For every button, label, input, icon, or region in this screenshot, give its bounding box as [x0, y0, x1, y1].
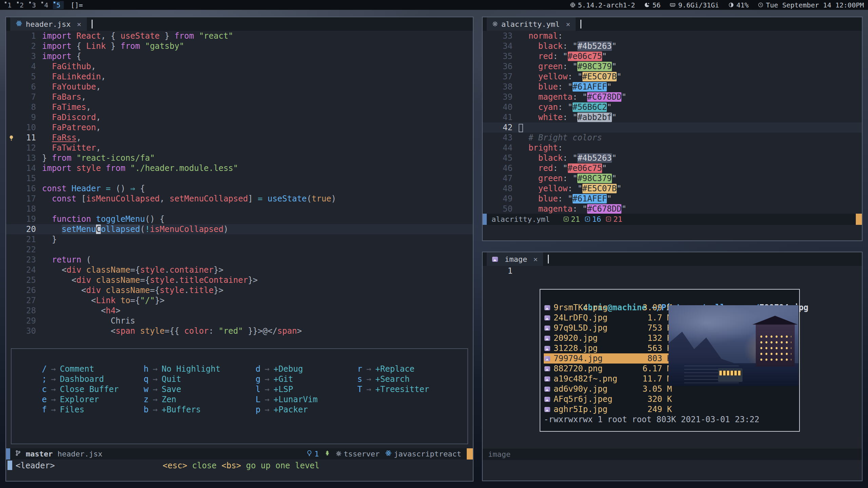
tabline-separator	[548, 255, 549, 263]
code-line[interactable]: 8 FaTimes,	[6, 102, 473, 112]
code-line[interactable]: 16const Header = () ⇒ {	[6, 183, 473, 194]
code-line[interactable]: 23 return (	[6, 255, 473, 265]
code-text: FaTimes,	[42, 102, 91, 112]
code-line[interactable]: 37 yellow: "#E5C07B"	[483, 72, 862, 82]
workspace-tag-3[interactable]: 3	[28, 1, 39, 9]
git-added: 21	[563, 215, 580, 223]
workspace-tag-4[interactable]: 4	[41, 1, 52, 9]
code-line[interactable]: 4 FaGithub,	[6, 61, 473, 72]
file-size: 803 K	[638, 353, 672, 364]
code-line[interactable]: 1	[483, 266, 862, 276]
code-line[interactable]: 46 red: "#e06c75"	[483, 163, 862, 173]
code-line[interactable]: 25 <div className={style.titleContainer}…	[6, 275, 473, 285]
code-text: <div className={style.container}>	[42, 265, 224, 275]
code-line[interactable]: 10 FaPatreon,	[6, 122, 473, 133]
wkarr: →	[47, 394, 60, 405]
code-line[interactable]: 44 bright:	[483, 143, 862, 153]
file-size: 11.7 M	[638, 374, 672, 384]
code-line[interactable]: 14import style from "./header.module.les…	[6, 163, 473, 173]
code-line[interactable]: 6 FaYoutube,	[6, 82, 473, 92]
code-line[interactable]: 45 black: "#4b5263"	[483, 153, 862, 163]
line-number: 9	[16, 112, 36, 122]
code-line[interactable]: 43 # Bright colors	[483, 133, 862, 143]
code-line[interactable]: 28 <h4>	[6, 306, 473, 316]
code-text: black: "#4b5263"	[519, 41, 617, 51]
code-line[interactable]: 9 FaDiscord,	[6, 112, 473, 122]
close-icon[interactable]: ×	[533, 255, 538, 263]
sign-column	[6, 316, 16, 326]
file-name: aghr5Ip.jpg	[554, 404, 607, 414]
code-line[interactable]: 38 blue: "#61AFEF"	[483, 82, 862, 92]
file-row: AFq5r6j.jpeg 320 K	[544, 394, 672, 404]
keybinding-hint: c→Close Buffer	[41, 384, 143, 394]
code-line[interactable]: 33 normal:	[483, 31, 862, 41]
code-line[interactable]: 50 magenta: "#C678DD"	[483, 204, 862, 214]
file-size: 249 K	[638, 404, 672, 414]
tab-alacritty-yml[interactable]: alacritty.yml ×	[487, 17, 576, 31]
statusline-filename: image	[483, 450, 510, 458]
code-text: import style from "./header.module.less"	[42, 163, 238, 173]
code-line[interactable]: 21 }	[6, 234, 473, 245]
code-line[interactable]: 19 function toggleMenu() {	[6, 214, 473, 224]
code-line[interactable]: 39 magenta: "#C678DD"	[483, 92, 862, 102]
sign-column	[6, 153, 16, 163]
code-line[interactable]: 13} from "react-icons/fa"	[6, 153, 473, 163]
image-file-icon	[544, 376, 550, 382]
wklabel: Close Buffer	[60, 384, 118, 394]
workspace-tag-1[interactable]: 1	[4, 1, 15, 9]
code-line[interactable]: 49 blue: "#61AFEF"	[483, 194, 862, 204]
code-line[interactable]: 18	[6, 204, 473, 214]
code-line[interactable]: 26 <div className={style.title}>	[6, 285, 473, 295]
code-line[interactable]: 12 FaTwitter,	[6, 143, 473, 153]
tab-header-jsx[interactable]: header.jsx ×	[10, 17, 87, 31]
code-line[interactable]: 48 yellow: "#E5C07B"	[483, 183, 862, 194]
close-icon[interactable]: ×	[566, 20, 570, 28]
code-line[interactable]: 5 FaLinkedin,	[6, 72, 473, 82]
code-line[interactable]: 15	[6, 173, 473, 183]
code-line[interactable]: 1import React, { useState } from "react"	[6, 31, 473, 41]
client-indicator-dot	[5, 2, 6, 3]
code-line[interactable]: 29 Chris	[6, 316, 473, 326]
treesitter-icon	[324, 450, 330, 458]
code-line[interactable]: 22	[6, 245, 473, 255]
sign-column	[6, 234, 16, 245]
wkkey: e	[41, 394, 47, 405]
keybinding-hint: e→Explorer	[41, 394, 143, 405]
file-row-selected: 799794.jpg 803 K	[544, 353, 672, 364]
code-line[interactable]: 40 cyan: "#56B6C2"	[483, 102, 862, 112]
code-line[interactable]: 36 green: "#98C379"	[483, 61, 862, 72]
sign-column	[483, 51, 493, 61]
statusline: master header.jsx 1 tsserver javascriptr…	[6, 448, 473, 460]
code-line[interactable]: 17 const [isMenuCollapsed, setMenuCollap…	[6, 194, 473, 204]
volume-icon	[729, 1, 734, 9]
close-icon[interactable]: ×	[77, 20, 81, 28]
code-line[interactable]: 47 green: "#98C379"	[483, 173, 862, 183]
code-line[interactable]: 11 FaRss,	[6, 133, 473, 143]
code-line[interactable]: 35 red: "#e06c75"	[483, 51, 862, 61]
workspace-tag-2[interactable]: 2	[16, 1, 27, 9]
code-line[interactable]: 27 <Link to={"/"}>	[6, 295, 473, 306]
file-name: 9rsmTK4.png	[554, 302, 607, 313]
code-line[interactable]: 42	[483, 122, 862, 133]
code-line[interactable]: 24 <div className={style.container}>	[6, 265, 473, 275]
image-file-icon	[544, 326, 550, 331]
updates-count: 56	[652, 1, 660, 9]
workspace-tag-5[interactable]: 5	[53, 1, 64, 9]
tabline: image ×	[483, 252, 862, 266]
lightbulb-icon	[306, 450, 312, 458]
tab-image[interactable]: image ×	[487, 252, 543, 266]
code-line[interactable]: 41 white: "#abb2bf"	[483, 112, 862, 122]
code-line[interactable]: 30 <span style={{ color: "red" }}>@</spa…	[6, 326, 473, 336]
code-line[interactable]: 7 FaBars,	[6, 92, 473, 102]
image-file-icon	[544, 305, 550, 310]
code-line[interactable]: 34 black: "#4b5263"	[483, 41, 862, 51]
filetype-name: javascriptreact	[394, 450, 461, 458]
line-number: 1	[493, 266, 513, 276]
code-line[interactable]: 2import { Link } from "gatsby"	[6, 41, 473, 51]
code-line[interactable]: 3import {	[6, 51, 473, 61]
code-line[interactable]: 20 setMenuCollapsed(!isMenuCollapsed)	[6, 224, 473, 234]
wkarr: →	[362, 374, 375, 384]
sign-column	[6, 183, 16, 194]
wklabel: +Git	[273, 374, 293, 384]
line-number: 4	[16, 61, 36, 72]
